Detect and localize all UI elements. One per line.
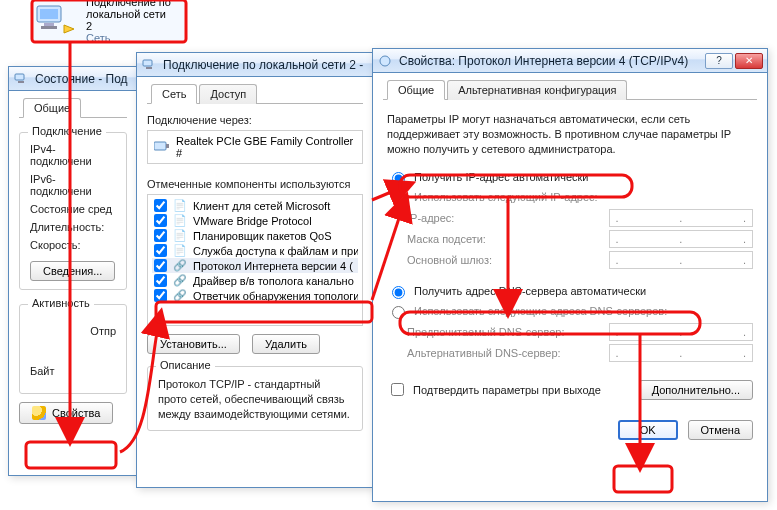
group-activity: Активность Отпр Байт — [19, 304, 127, 394]
group-connection-legend: Подключение — [28, 125, 106, 137]
list-item[interactable]: 🔗Ответчик обнаружения топологии — [152, 288, 358, 303]
group-connection: Подключение IPv4-подключени IPv6-подключ… — [19, 132, 127, 290]
svg-rect-2 — [44, 23, 54, 26]
svg-rect-4 — [15, 74, 24, 80]
list-item[interactable]: 📄Планировщик пакетов QoS — [152, 228, 358, 243]
checkbox[interactable] — [154, 274, 167, 287]
row-speed: Скорость: — [30, 239, 116, 251]
checkbox[interactable] — [154, 289, 167, 302]
svg-rect-1 — [40, 9, 58, 19]
status-window: Состояние - Под Общие Подключение IPv4-п… — [8, 66, 138, 476]
checkbox[interactable] — [154, 199, 167, 212]
label-mask: Маска подсети: — [407, 233, 609, 245]
group-description: Описание Протокол TCP/IP - стандартный п… — [147, 366, 363, 431]
list-item-tcpip4[interactable]: 🔗Протокол Интернета версии 4 ( — [152, 258, 358, 273]
ok-button[interactable]: OK — [618, 420, 678, 440]
label-dns-pref: Предпочитаемый DNS-сервер: — [407, 326, 609, 338]
network-icon — [141, 57, 157, 73]
help-button[interactable]: ? — [705, 53, 733, 69]
list-item-label: Протокол Интернета версии 4 ( — [193, 260, 353, 272]
proto-icon: 📄 — [173, 199, 187, 212]
group-description-legend: Описание — [156, 359, 215, 371]
validate-checkbox[interactable] — [391, 383, 404, 396]
checkbox[interactable] — [154, 244, 167, 257]
label-gw: Основной шлюз: — [407, 254, 609, 266]
ipv4-intro: Параметры IP могут назначаться автоматич… — [387, 112, 753, 157]
radio-ip-auto[interactable] — [392, 172, 405, 185]
adapter-row[interactable]: Realtek PCIe GBE Family Controller # — [147, 130, 363, 164]
list-item[interactable]: 📄Служба доступа к файлам и при — [152, 243, 358, 258]
validate-row[interactable]: Подтвердить параметры при выходе — [387, 380, 601, 399]
conn-title: Подключение по локальной сети 2 - — [163, 58, 369, 72]
row-ipv4: IPv4-подключени — [30, 143, 116, 167]
tab-network[interactable]: Сеть — [151, 84, 197, 104]
tab-ipv4-general[interactable]: Общие — [387, 80, 445, 100]
connection-window: Подключение по локальной сети 2 - Сеть Д… — [136, 52, 374, 488]
remove-button[interactable]: Удалить — [252, 334, 320, 354]
list-item[interactable]: 📄VMware Bridge Protocol — [152, 213, 358, 228]
status-titlebar[interactable]: Состояние - Под — [9, 67, 137, 91]
network-icon — [13, 71, 29, 87]
radio-dns-manual-label: Использовать следующие адреса DNS-сервер… — [414, 305, 667, 317]
proto-icon: 📄 — [173, 244, 187, 257]
properties-button[interactable]: Свойства — [19, 402, 113, 424]
desktop-shortcut-label: Подключение по локальной сети 2 Сеть — [86, 0, 184, 44]
install-button-label: Установить... — [160, 338, 227, 350]
radio-ip-manual[interactable] — [392, 192, 405, 205]
radio-dns-manual-row[interactable]: Использовать следующие адреса DNS-сервер… — [387, 303, 753, 319]
list-item-label: Служба доступа к файлам и при — [193, 245, 358, 257]
close-button[interactable]: ✕ — [735, 53, 763, 69]
svg-rect-3 — [41, 26, 57, 29]
list-item[interactable]: 🔗Драйвер в/в тополога канально — [152, 273, 358, 288]
list-item[interactable]: 📄Клиент для сетей Microsoft — [152, 198, 358, 213]
advanced-button[interactable]: Дополнительно... — [639, 380, 753, 400]
label-components: Отмеченные компоненты используются — [147, 178, 363, 190]
validate-label: Подтвердить параметры при выходе — [413, 384, 601, 396]
install-button[interactable]: Установить... — [147, 334, 240, 354]
checkbox[interactable] — [154, 214, 167, 227]
radio-ip-auto-label: Получить IP-адрес автоматически — [414, 171, 588, 183]
proto-icon: 📄 — [173, 229, 187, 242]
row-sent: Отпр — [30, 325, 116, 337]
input-dns-alt: ... — [609, 344, 754, 362]
status-title: Состояние - Под — [35, 72, 133, 86]
proto-icon: 🔗 — [173, 289, 187, 302]
list-item-label: VMware Bridge Protocol — [193, 215, 312, 227]
ok-button-label: OK — [640, 424, 656, 436]
tab-access[interactable]: Доступ — [199, 84, 257, 104]
radio-dns-manual[interactable] — [392, 306, 405, 319]
radio-ip-manual-row[interactable]: Использовать следующий IP-адрес: — [387, 189, 753, 205]
ipv4-titlebar[interactable]: Свойства: Протокол Интернета версии 4 (T… — [373, 49, 767, 73]
proto-icon: 🔗 — [173, 259, 187, 272]
shield-icon — [32, 406, 46, 420]
adapter-name: Realtek PCIe GBE Family Controller # — [176, 135, 356, 159]
details-button[interactable]: Сведения... — [30, 261, 115, 281]
label-dns-alt: Альтернативный DNS-сервер: — [407, 347, 609, 359]
cancel-button[interactable]: Отмена — [688, 420, 753, 440]
row-media: Состояние сред — [30, 203, 116, 215]
list-item-label: Клиент для сетей Microsoft — [193, 200, 330, 212]
description-text: Протокол TCP/IP - стандартный прото сете… — [158, 377, 352, 422]
svg-rect-6 — [143, 60, 152, 66]
radio-ip-auto-row[interactable]: Получить IP-адрес автоматически — [387, 169, 753, 185]
properties-button-label: Свойства — [52, 407, 100, 419]
input-gw: ... — [609, 251, 754, 269]
svg-rect-8 — [154, 142, 166, 150]
svg-rect-7 — [146, 67, 152, 69]
network-icon — [377, 53, 393, 69]
radio-ip-manual-label: Использовать следующий IP-адрес: — [414, 191, 598, 203]
checkbox[interactable] — [154, 229, 167, 242]
radio-dns-auto-row[interactable]: Получить адрес DNS-сервера автоматически — [387, 283, 753, 299]
ipv4-window: Свойства: Протокол Интернета версии 4 (T… — [372, 48, 768, 502]
checkbox[interactable] — [154, 259, 167, 272]
remove-button-label: Удалить — [265, 338, 307, 350]
tab-ipv4-alt[interactable]: Альтернативная конфигурация — [447, 80, 627, 100]
conn-titlebar[interactable]: Подключение по локальной сети 2 - — [137, 53, 373, 77]
list-item-label: Ответчик обнаружения топологии — [193, 290, 358, 302]
radio-dns-auto-label: Получить адрес DNS-сервера автоматически — [414, 285, 646, 297]
tab-general[interactable]: Общие — [23, 98, 81, 118]
advanced-button-label: Дополнительно... — [652, 384, 740, 396]
component-list[interactable]: 📄Клиент для сетей Microsoft 📄VMware Brid… — [147, 194, 363, 326]
desktop-shortcut[interactable]: Подключение по локальной сети 2 Сеть — [34, 0, 184, 40]
radio-dns-auto[interactable] — [392, 286, 405, 299]
